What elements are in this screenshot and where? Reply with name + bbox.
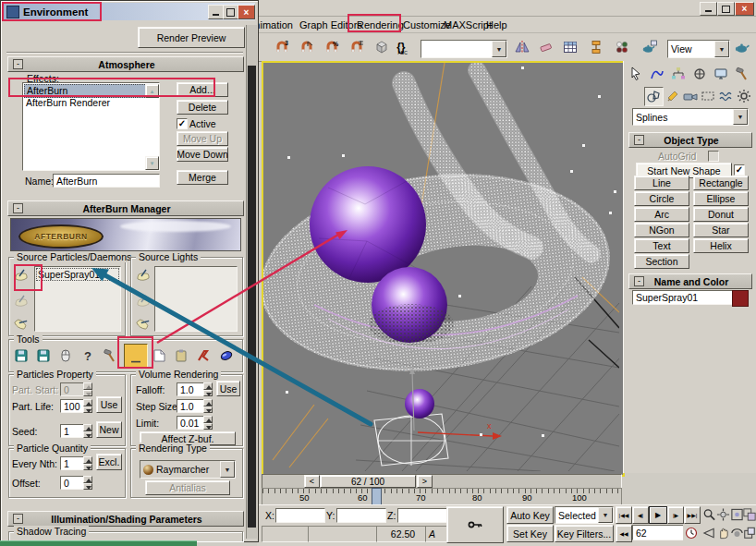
shape-button-star[interactable]: Star [693,223,749,237]
seed-new-button[interactable]: New [96,421,122,438]
category-shapes[interactable] [644,87,663,106]
help-tool-button[interactable]: ? [79,346,97,365]
source-lights-list[interactable] [154,266,238,332]
app-close-button[interactable]: × [735,2,754,16]
falloff-spinner[interactable] [203,382,213,396]
set-keys-button[interactable] [446,506,504,543]
zoom-all-button[interactable] [716,506,730,522]
z-coord-field[interactable] [397,508,447,523]
render-preview-button[interactable]: Render Preview [138,27,245,48]
dialog-scrollbar[interactable] [246,25,257,539]
category-space-warps[interactable] [717,87,734,104]
collapse-icon[interactable]: - [13,514,23,524]
go-to-start-button[interactable]: |◀◀ [616,506,632,524]
pick-lights-button[interactable] [135,267,152,284]
category-geometry[interactable] [627,87,643,104]
shape-button-line[interactable]: Line [634,176,689,190]
tab-modify[interactable] [648,65,666,83]
remove-particles-button[interactable] [13,315,30,332]
dialog-close-button[interactable]: × [238,5,255,19]
save-preset-tool-button[interactable] [34,346,53,365]
y-coord-field[interactable] [336,508,386,523]
merge-button[interactable]: Merge [177,170,228,185]
play-button[interactable]: ▶ [649,506,667,524]
render-view-dropdown[interactable]: View▼ [667,40,730,58]
part-start-spinner[interactable] [83,382,92,396]
arc-rotate-button[interactable] [730,525,744,540]
illumination-rollout-header[interactable]: - Illumination/Shading Parameters [7,511,244,527]
delete-effect-button[interactable]: Delete [177,100,228,115]
schematic-view-button[interactable] [586,37,606,57]
dialog-minimize-button[interactable] [208,5,224,19]
tab-utilities[interactable] [733,65,751,83]
next-frame-button[interactable]: |▶ [667,506,684,524]
list-scroll-down-button[interactable]: ▼ [145,156,159,170]
chevron-down-icon[interactable]: ▼ [220,461,235,478]
shape-button-arc[interactable]: Arc [634,207,689,222]
about-disc-tool-button[interactable] [217,346,236,365]
atmosphere-rollout-header[interactable]: - Atmosphere [7,56,244,72]
offset-spinner[interactable] [83,476,92,490]
load-preset-tool-button[interactable] [12,346,30,365]
antialias-button[interactable]: Antialias [145,480,230,495]
effects-list-item-afterburn[interactable]: AfterBurn [24,84,151,98]
effect-name-field[interactable]: AfterBurn [53,174,160,188]
object-color-swatch[interactable] [732,290,749,307]
tab-display[interactable] [712,65,730,83]
key-filters-button[interactable]: Key Filters... [555,525,614,542]
chevron-down-icon[interactable]: ▼ [714,41,729,57]
active-checkbox[interactable]: ✓ [177,118,188,129]
auto-key-button[interactable]: Auto Key [506,506,554,524]
clipboard-tool-button[interactable] [172,346,190,365]
effects-list-item-afterburn-renderer[interactable]: AfterBurn Renderer [24,97,151,109]
tab-motion[interactable] [690,65,709,83]
shape-button-section[interactable]: Section [634,254,689,269]
autogrid-checkbox[interactable] [708,151,719,162]
named-selection-dropdown[interactable]: ▼ [421,40,507,58]
page-tool-button[interactable] [150,346,168,365]
category-lights[interactable] [665,87,681,104]
shape-button-ngon[interactable]: NGon [634,223,689,237]
object-type-rollout-header[interactable]: - Object Type [628,132,752,148]
align-button[interactable] [536,37,556,57]
time-slider-thumb[interactable]: 62 / 100 [320,475,416,488]
shape-button-ellipse[interactable]: Ellipse [693,191,749,206]
layer-manager-button[interactable] [560,37,580,57]
previous-frame-button[interactable]: ◀| [632,506,649,524]
falloff-use-button[interactable]: Use [216,381,240,396]
shape-category-dropdown[interactable]: Splines▼ [632,108,749,126]
menu-help[interactable]: Help [481,18,513,31]
shape-button-text[interactable]: Text [634,238,689,253]
quick-render-button[interactable] [732,37,752,57]
render-setup-button[interactable] [640,37,660,57]
add-effect-button[interactable]: Add... [177,82,228,97]
min-max-toggle-button[interactable] [743,525,756,540]
field-of-view-button[interactable] [702,525,716,540]
scrollbar-thumb[interactable] [248,66,256,528]
every-nth-spinner[interactable] [83,456,92,470]
preview-sphere-tool-button[interactable] [124,344,148,369]
zoom-extents-button[interactable] [730,506,744,522]
track-bar-frame-thumb[interactable] [372,488,382,505]
list-scroll-up-button[interactable]: ▲ [145,84,159,98]
category-systems[interactable] [736,87,752,104]
zoom-button[interactable] [702,506,716,522]
key-filter-selected-dropdown[interactable]: Selected▼ [555,506,614,524]
time-configuration-button[interactable] [683,525,700,540]
pick-particles-by-list-button[interactable] [13,293,30,309]
remove-lights-button[interactable] [135,315,152,332]
collapse-icon[interactable]: - [13,59,23,69]
chevron-down-icon[interactable]: ▼ [733,109,748,125]
pick-lights-by-list-button[interactable] [135,293,152,309]
time-slider-right-arrow[interactable]: > [417,475,433,488]
red-wrench-tool-button[interactable] [194,346,213,365]
move-down-button[interactable]: Move Down [177,147,228,162]
part-life-use-button[interactable]: Use [96,396,122,413]
category-cameras[interactable] [682,87,699,104]
current-frame-field[interactable]: 62 [632,525,688,540]
percent-snap-button[interactable]: % [322,37,342,57]
track-bar[interactable] [262,488,622,505]
name-color-rollout-header[interactable]: - Name and Color [628,273,752,289]
spinner-snap-button[interactable] [347,37,367,57]
set-key-button[interactable]: Set Key [506,525,554,542]
